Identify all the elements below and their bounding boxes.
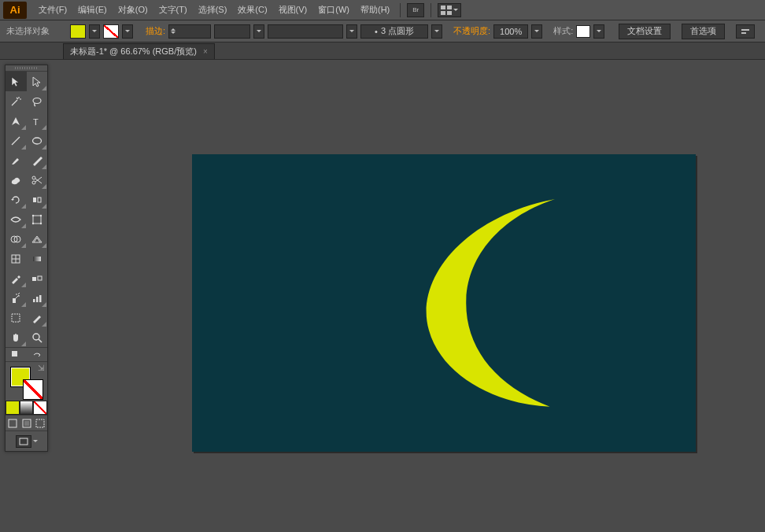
tools-panel[interactable]: T [5, 65, 48, 452]
draw-behind[interactable] [20, 416, 34, 430]
bridge-icon: Br [412, 6, 419, 13]
slice-tool[interactable] [27, 308, 48, 327]
menu-view[interactable]: 视图(V) [273, 1, 313, 19]
toggle-fill-stroke[interactable] [6, 348, 27, 361]
svg-rect-31 [12, 314, 20, 322]
stroke-swatch[interactable] [103, 24, 119, 39]
menu-help[interactable]: 帮助(H) [355, 1, 395, 19]
svg-point-18 [40, 222, 42, 224]
separator [431, 3, 431, 17]
menu-object[interactable]: 对象(O) [113, 1, 153, 19]
zoom-tool[interactable] [27, 327, 48, 347]
ellipse-tool[interactable] [27, 131, 48, 150]
mesh-tool[interactable] [6, 249, 27, 268]
hand-tool[interactable] [6, 327, 27, 347]
svg-rect-29 [36, 297, 39, 302]
screen-mode[interactable] [6, 430, 47, 451]
style-drop[interactable] [593, 24, 604, 39]
document-setup-button[interactable]: 文档设置 [619, 24, 671, 39]
svg-point-17 [32, 222, 34, 224]
draw-normal[interactable] [6, 416, 20, 430]
stroke-profile-drop[interactable] [253, 24, 264, 39]
svg-rect-4 [741, 29, 749, 31]
stroke-profile[interactable] [214, 24, 250, 39]
stroke-color[interactable] [23, 379, 43, 400]
magic-wand-tool[interactable] [6, 91, 27, 111]
svg-rect-27 [13, 298, 16, 303]
close-icon[interactable]: × [203, 47, 208, 56]
artboard[interactable] [192, 154, 696, 452]
menu-bar: Ai 文件(F) 编辑(E) 对象(O) 文字(T) 选择(S) 效果(C) 视… [0, 0, 765, 20]
svg-point-6 [33, 98, 41, 103]
scissors-tool[interactable] [27, 170, 48, 190]
symbol-sprayer-tool[interactable] [6, 288, 27, 308]
svg-point-15 [32, 214, 34, 216]
style-swatch[interactable] [576, 25, 590, 38]
menu-effect[interactable]: 效果(C) [232, 1, 272, 19]
bridge-button[interactable]: Br [407, 3, 424, 17]
lasso-tool[interactable] [27, 91, 48, 111]
svg-rect-14 [33, 216, 41, 224]
menu-select[interactable]: 选择(S) [193, 1, 233, 19]
crescent-shape[interactable] [404, 193, 605, 413]
direct-selection-tool[interactable] [27, 72, 48, 91]
opacity-input[interactable]: 100% [493, 24, 528, 39]
paintbrush-tool[interactable] [6, 150, 27, 170]
rotate-tool[interactable] [6, 190, 27, 209]
perspective-grid-tool[interactable] [27, 229, 48, 249]
arrange-docs-button[interactable] [438, 3, 461, 17]
gradient-tool[interactable] [27, 249, 48, 268]
color-mode-none[interactable] [33, 401, 47, 415]
blend-tool[interactable] [27, 268, 48, 288]
column-graph-tool[interactable] [27, 288, 48, 308]
svg-rect-5 [741, 32, 746, 34]
svg-point-16 [40, 214, 42, 216]
menu-type[interactable]: 文字(T) [153, 1, 193, 19]
type-tool[interactable]: T [27, 111, 48, 131]
svg-rect-3 [447, 11, 452, 15]
control-bar: 未选择对象 描边: •3 点圆形 不透明度: 100% 样式: 文档设置 首选项 [0, 20, 765, 42]
artboard-tool[interactable] [6, 308, 27, 327]
color-mode-solid[interactable] [6, 401, 20, 415]
canvas-area[interactable] [63, 63, 762, 529]
pencil-tool[interactable] [27, 150, 48, 170]
free-transform-tool[interactable] [27, 209, 48, 229]
reflect-tool[interactable] [27, 190, 48, 209]
document-tab[interactable]: 未标题-1* @ 66.67% (RGB/预览) × [63, 43, 215, 59]
svg-rect-25 [32, 277, 36, 281]
draw-modes [6, 415, 47, 430]
line-tool[interactable] [6, 131, 27, 150]
opacity-drop[interactable] [531, 24, 542, 39]
document-tab-bar: 未标题-1* @ 66.67% (RGB/预览) × [0, 42, 765, 60]
menu-file[interactable]: 文件(F) [33, 1, 72, 19]
stroke-width-input[interactable] [168, 24, 211, 39]
brush-def-drop[interactable] [346, 24, 357, 39]
svg-rect-30 [39, 295, 42, 302]
panel-grip[interactable] [6, 65, 47, 72]
menu-edit[interactable]: 编辑(E) [72, 1, 113, 19]
width-profile-drop[interactable] [431, 24, 442, 39]
default-colors[interactable]: ⇲ [38, 364, 44, 372]
pen-tool[interactable] [6, 111, 27, 131]
eyedropper-tool[interactable] [6, 268, 27, 288]
brush-def[interactable] [268, 24, 343, 39]
width-profile[interactable]: •3 点圆形 [360, 24, 428, 39]
svg-point-9 [32, 138, 41, 144]
selection-tool[interactable] [6, 72, 27, 91]
align-to-button[interactable] [736, 24, 755, 39]
menu-window[interactable]: 窗口(W) [312, 1, 355, 19]
swap-fill-stroke[interactable] [27, 348, 48, 361]
svg-rect-38 [36, 419, 44, 427]
svg-rect-35 [9, 419, 17, 427]
width-tool[interactable] [6, 209, 27, 229]
draw-inside[interactable] [33, 416, 47, 430]
fill-dropdown[interactable] [89, 24, 100, 39]
style-label: 样式: [553, 25, 573, 37]
stroke-dropdown[interactable] [122, 24, 133, 39]
color-mode-gradient[interactable] [20, 401, 34, 415]
preferences-button[interactable]: 首选项 [682, 24, 725, 39]
width-profile-text: 3 点圆形 [381, 25, 414, 37]
blob-brush-tool[interactable] [6, 170, 27, 190]
shape-builder-tool[interactable] [6, 229, 27, 249]
fill-swatch[interactable] [70, 24, 86, 39]
